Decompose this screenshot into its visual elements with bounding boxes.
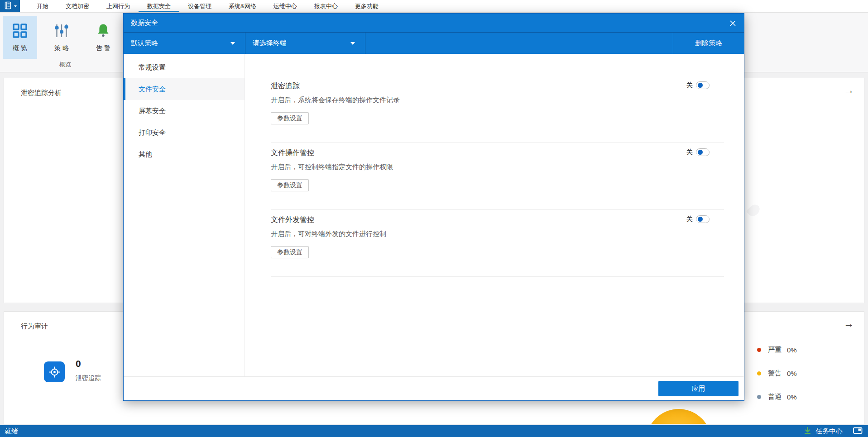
ribbon-button-overview[interactable]: 概 览: [3, 16, 37, 59]
section-title: 文件外发管控: [271, 215, 314, 225]
dialog-footer: 应用: [124, 376, 744, 400]
leak-trace-toggle[interactable]: [696, 81, 710, 89]
task-center-link[interactable]: 任务中心: [815, 427, 843, 436]
alert-bell-icon: [95, 23, 111, 40]
ribbon-button-alert[interactable]: 告 警: [86, 16, 120, 59]
dialog-content: 泄密追踪 开启后，系统将会保存终端的操作文件记录 参数设置 关 文件操作管控 开…: [245, 54, 744, 376]
download-icon: [804, 427, 811, 436]
ribbon-button-label: 策 略: [54, 44, 69, 52]
menu-item-more-features[interactable]: 更多功能: [346, 0, 387, 12]
sidebar-item-other[interactable]: 其他: [124, 143, 245, 165]
legend-item-warning: 警告 0%: [757, 369, 797, 378]
sidebar-item-general-settings[interactable]: 常规设置: [124, 57, 245, 78]
toggle-knob: [698, 217, 703, 222]
apply-button[interactable]: 应用: [658, 381, 739, 396]
statusbar: 就绪 任务中心: [0, 425, 868, 437]
leak-trace-count-label: 泄密追踪: [76, 374, 101, 382]
monitor-icon[interactable]: [853, 427, 863, 436]
status-text: 就绪: [5, 427, 18, 436]
sidebar-item-screen-security[interactable]: 屏幕安全: [124, 100, 245, 122]
close-icon[interactable]: [729, 19, 736, 27]
file-outgoing-toggle[interactable]: [696, 215, 710, 223]
ribbon-button-label: 告 警: [96, 44, 110, 52]
watermark-shape: [746, 202, 762, 218]
sidebar-item-print-security[interactable]: 打印安全: [124, 122, 245, 143]
parameter-settings-button[interactable]: 参数设置: [271, 179, 309, 191]
menu-item-home[interactable]: 开始: [28, 0, 57, 12]
toggle-state-label: 关: [686, 81, 693, 90]
toggle-knob: [698, 150, 703, 155]
parameter-settings-button[interactable]: 参数设置: [271, 112, 309, 124]
terminal-dropdown[interactable]: 请选择终端: [245, 33, 365, 54]
section-description: 开启后，可对终端外发的文件进行控制: [271, 230, 386, 238]
app-menu-button[interactable]: [0, 0, 20, 12]
dialog-sidebar: 常规设置 文件安全 屏幕安全 打印安全 其他: [124, 54, 245, 376]
section-title: 泄密追踪: [271, 81, 300, 91]
dialog-titlebar: 数据安全: [124, 14, 744, 32]
parameter-settings-button[interactable]: 参数设置: [271, 246, 309, 258]
ribbon-button-label: 概 览: [13, 44, 27, 52]
panel-title: 行为审计: [21, 322, 48, 331]
menu-item-document-encryption[interactable]: 文档加密: [57, 0, 98, 12]
ribbon-group-label: 概览: [0, 61, 130, 69]
dialog-body: 常规设置 文件安全 屏幕安全 打印安全 其他 泄密追踪 开启后，系统将会保存终端…: [124, 54, 744, 376]
terminal-dropdown-value: 请选择终端: [253, 39, 287, 48]
toggle-state-label: 关: [686, 215, 693, 223]
main-menu: 开始 文档加密 上网行为 数据安全 设备管理 系统&网络 运维中心 报表中心 更…: [28, 0, 387, 12]
section-title: 文件操作管控: [271, 148, 314, 158]
severe-dot-icon: [757, 348, 761, 352]
section-file-operation-control: 文件操作管控 开启后，可控制终端指定文件的操作权限 参数设置 关: [271, 143, 724, 210]
legend-label: 严重: [768, 346, 782, 354]
legend-value: 0%: [787, 393, 797, 401]
delete-policy-button[interactable]: 删除策略: [673, 33, 744, 54]
sidebar-item-file-security[interactable]: 文件安全: [124, 78, 245, 100]
file-operation-toggle[interactable]: [696, 148, 710, 156]
legend-label: 警告: [768, 369, 782, 378]
trace-target-icon: [44, 361, 65, 382]
menu-item-device-management[interactable]: 设备管理: [179, 0, 220, 12]
menu-item-system-network[interactable]: 系统&网络: [220, 0, 265, 12]
toolbar-spacer: [365, 33, 673, 54]
arrow-right-icon[interactable]: →: [844, 318, 854, 329]
legend-value: 0%: [787, 346, 797, 354]
legend-item-severe: 严重 0%: [757, 345, 797, 354]
ribbon-button-policy[interactable]: 策 略: [44, 16, 79, 59]
section-description: 开启后，可控制终端指定文件的操作权限: [271, 163, 393, 171]
pie-chart-partial: [646, 409, 711, 424]
panel-title: 泄密追踪分析: [21, 89, 62, 97]
toggle-state-label: 关: [686, 148, 693, 157]
menubar: 开始 文档加密 上网行为 数据安全 设备管理 系统&网络 运维中心 报表中心 更…: [0, 0, 868, 13]
section-leak-trace: 泄密追踪 开启后，系统将会保存终端的操作文件记录 参数设置 关: [271, 76, 724, 143]
normal-dot-icon: [757, 395, 761, 399]
menu-item-data-security[interactable]: 数据安全: [139, 0, 179, 12]
legend-item-normal: 普通 0%: [757, 392, 797, 401]
toggle-knob: [698, 83, 703, 88]
policy-sliders-icon: [53, 23, 70, 40]
section-file-outgoing-control: 文件外发管控 开启后，可对终端外发的文件进行控制 参数设置 关: [271, 210, 724, 277]
menu-item-ops-center[interactable]: 运维中心: [265, 0, 306, 12]
chevron-down-icon: [230, 42, 235, 45]
data-security-dialog: 数据安全 默认策略 请选择终端 删除策略 常规设置 文件安全 屏幕安全 打印安全: [123, 13, 744, 401]
app-window: 开始 文档加密 上网行为 数据安全 设备管理 系统&网络 运维中心 报表中心 更…: [0, 0, 868, 437]
leak-trace-count: 0: [76, 358, 81, 369]
app-menu-caret-icon: [14, 5, 17, 7]
policy-dropdown-value: 默认策略: [131, 39, 158, 48]
warning-dot-icon: [757, 371, 761, 375]
legend-label: 普通: [768, 393, 782, 401]
section-description: 开启后，系统将会保存终端的操作文件记录: [271, 96, 400, 104]
policy-dropdown[interactable]: 默认策略: [124, 33, 245, 54]
menu-item-internet-behavior[interactable]: 上网行为: [98, 0, 139, 12]
app-logo-icon: [4, 1, 13, 12]
dialog-toolbar: 默认策略 请选择终端 删除策略: [124, 32, 744, 54]
overview-grid-icon: [12, 23, 28, 40]
arrow-right-icon[interactable]: →: [844, 85, 854, 95]
chevron-down-icon: [350, 42, 355, 45]
menu-item-report-center[interactable]: 报表中心: [306, 0, 346, 12]
legend-value: 0%: [787, 370, 797, 377]
dialog-title: 数据安全: [131, 19, 158, 27]
severity-legend: 严重 0% 警告 0% 普通 0%: [757, 345, 797, 416]
